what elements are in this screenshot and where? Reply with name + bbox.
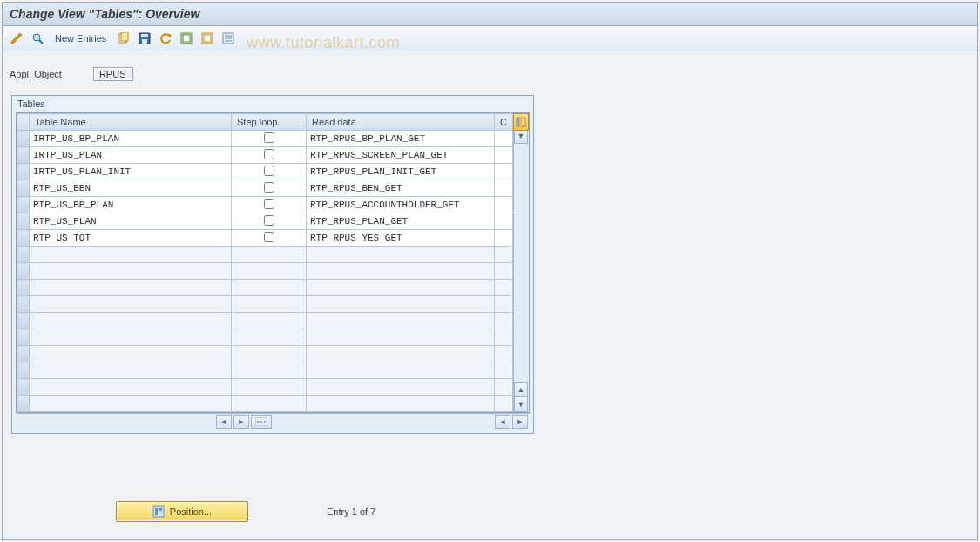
table-row[interactable] <box>17 247 513 263</box>
row-selector[interactable] <box>17 296 30 313</box>
column-config-icon[interactable] <box>251 415 272 429</box>
scroll-right-end-icon[interactable]: ► <box>512 415 528 429</box>
cell-step-loop[interactable] <box>232 180 307 197</box>
row-selector[interactable] <box>17 230 30 247</box>
row-selector[interactable] <box>17 197 30 213</box>
cell-read-data[interactable]: RTP_RPUS_YES_GET <box>307 230 495 247</box>
cell-table-name[interactable] <box>30 296 232 313</box>
col-header-name[interactable]: Table Name <box>30 114 232 131</box>
row-selector[interactable] <box>17 379 30 396</box>
cell-step-loop[interactable] <box>232 230 307 247</box>
cell-table-name[interactable] <box>30 362 232 379</box>
step-loop-checkbox[interactable] <box>264 182 274 193</box>
cell-c[interactable] <box>495 329 513 346</box>
cell-table-name[interactable]: IRTP_US_PLAN_INIT <box>30 164 232 180</box>
cell-table-name[interactable] <box>30 280 232 296</box>
scroll-down-step-icon[interactable]: ▼ <box>514 129 528 144</box>
col-header-step[interactable]: Step loop <box>232 114 307 131</box>
cell-table-name[interactable]: RTP_US_PLAN <box>30 213 232 230</box>
step-loop-checkbox[interactable] <box>264 232 274 242</box>
table-row[interactable]: IRTP_US_BP_PLANRTP_RPUS_BP_PLAN_GET <box>17 131 513 147</box>
copy-icon[interactable] <box>115 30 132 47</box>
cell-read-data[interactable] <box>307 296 495 313</box>
cell-c[interactable] <box>495 280 513 296</box>
scroll-up-step-icon[interactable]: ▲ <box>514 382 528 397</box>
table-config-button[interactable] <box>513 113 529 131</box>
cell-c[interactable] <box>495 230 513 247</box>
cell-table-name[interactable] <box>30 313 232 329</box>
cell-c[interactable] <box>495 379 513 396</box>
cell-step-loop[interactable] <box>232 164 307 180</box>
step-loop-checkbox[interactable] <box>264 149 274 159</box>
step-loop-checkbox[interactable] <box>264 199 274 209</box>
horizontal-scrollbar[interactable]: ◄ ► ◄ ► <box>16 413 530 430</box>
cell-c[interactable] <box>495 346 513 362</box>
cell-read-data[interactable] <box>307 362 495 379</box>
undo-icon[interactable] <box>157 30 174 47</box>
cell-read-data[interactable]: RTP_RPUS_SCREEN_PLAN_GET <box>307 147 495 164</box>
cell-c[interactable] <box>495 164 513 180</box>
cell-table-name[interactable] <box>30 263 232 280</box>
cell-read-data[interactable] <box>307 313 495 329</box>
cell-c[interactable] <box>495 396 513 412</box>
cell-table-name[interactable] <box>30 346 232 362</box>
table-row[interactable] <box>17 296 513 313</box>
table-row[interactable] <box>17 379 513 396</box>
cell-table-name[interactable] <box>30 329 232 346</box>
row-selector[interactable] <box>17 313 30 329</box>
table-row[interactable] <box>17 329 513 346</box>
row-selector[interactable] <box>17 247 30 263</box>
table-row[interactable]: RTP_US_PLANRTP_RPUS_PLAN_GET <box>17 213 513 230</box>
cell-table-name[interactable] <box>30 396 232 412</box>
cell-c[interactable] <box>495 197 513 213</box>
cell-c[interactable] <box>495 263 513 280</box>
cell-c[interactable] <box>495 296 513 313</box>
row-selector[interactable] <box>17 147 30 164</box>
cell-step-loop[interactable] <box>232 213 307 230</box>
cell-step-loop[interactable] <box>232 247 307 263</box>
cell-table-name[interactable]: IRTP_US_BP_PLAN <box>30 131 232 147</box>
cell-read-data[interactable] <box>307 396 495 412</box>
table-row[interactable]: RTP_US_BENRTP_RPUS_BEN_GET <box>17 180 513 197</box>
cell-c[interactable] <box>495 362 513 379</box>
row-selector[interactable] <box>17 180 30 197</box>
deselect-all-icon[interactable] <box>199 30 216 47</box>
cell-step-loop[interactable] <box>232 379 307 396</box>
col-header-read[interactable]: Read data <box>307 114 495 131</box>
cell-step-loop[interactable] <box>232 147 307 164</box>
cell-c[interactable] <box>495 313 513 329</box>
cell-read-data[interactable] <box>307 247 495 263</box>
row-selector[interactable] <box>17 131 30 147</box>
cell-c[interactable] <box>495 247 513 263</box>
row-selector[interactable] <box>17 213 30 230</box>
cell-step-loop[interactable] <box>232 263 307 280</box>
cell-read-data[interactable] <box>307 280 495 296</box>
cell-c[interactable] <box>495 180 513 197</box>
table-row[interactable] <box>17 280 513 296</box>
position-button[interactable]: Position... <box>116 501 248 522</box>
row-selector[interactable] <box>17 396 30 412</box>
cell-table-name[interactable]: IRTP_US_PLAN <box>30 147 232 164</box>
cell-read-data[interactable] <box>307 263 495 280</box>
col-header-c[interactable]: C <box>495 114 513 131</box>
cell-read-data[interactable]: RTP_RPUS_PLAN_GET <box>307 213 495 230</box>
cell-table-name[interactable] <box>30 379 232 396</box>
table-row[interactable] <box>17 396 513 412</box>
cell-step-loop[interactable] <box>232 313 307 329</box>
table-row[interactable] <box>17 313 513 329</box>
step-loop-checkbox[interactable] <box>264 166 274 176</box>
cell-step-loop[interactable] <box>232 362 307 379</box>
cell-table-name[interactable]: RTP_US_BP_PLAN <box>30 197 232 213</box>
cell-step-loop[interactable] <box>232 197 307 213</box>
cell-step-loop[interactable] <box>232 329 307 346</box>
table-row[interactable] <box>17 263 513 280</box>
new-entries-button[interactable]: New Entries <box>50 33 112 44</box>
step-loop-checkbox[interactable] <box>264 215 274 226</box>
cell-read-data[interactable] <box>307 346 495 362</box>
cell-table-name[interactable] <box>30 247 232 263</box>
cell-read-data[interactable]: RTP_RPUS_PLAN_INIT_GET <box>307 164 495 180</box>
cell-c[interactable] <box>495 147 513 164</box>
find-icon[interactable] <box>29 30 46 47</box>
row-selector[interactable] <box>17 280 30 296</box>
cell-step-loop[interactable] <box>232 396 307 412</box>
